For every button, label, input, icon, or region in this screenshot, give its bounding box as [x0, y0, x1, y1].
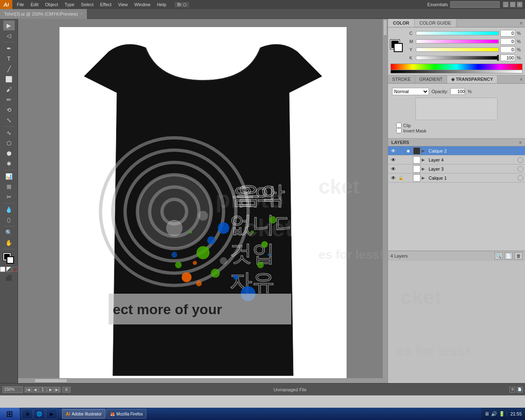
taskbar-desktop-btn[interactable]: 🖥: [21, 409, 33, 419]
menu-file[interactable]: File: [14, 1, 27, 8]
symbol-spray-tool[interactable]: ✱: [3, 159, 15, 169]
layer-eye-calque1[interactable]: 👁: [390, 174, 397, 182]
document-tab[interactable]: Tshirt[3].ai @ 150% (CMYK/Preview) ×: [0, 9, 87, 19]
artboard-options-btn[interactable]: ⚙: [62, 387, 71, 393]
next-page-btn[interactable]: ▶: [47, 387, 54, 393]
type-tool[interactable]: T: [3, 54, 15, 64]
color-spectrum-strip[interactable]: [390, 64, 523, 70]
start-button[interactable]: ⊞: [0, 408, 20, 420]
workspace-btn[interactable]: ⬡: [183, 2, 187, 7]
search-input[interactable]: [450, 1, 500, 8]
essentials-label[interactable]: Essentials: [427, 2, 448, 7]
layer-row-layer4[interactable]: 👁 ▶ Layer 4: [388, 155, 525, 164]
layers-add-btn[interactable]: 🔍: [495, 252, 503, 260]
menu-select[interactable]: Select: [78, 1, 96, 8]
line-tool[interactable]: ╱: [3, 64, 15, 74]
layer-eye-layer4[interactable]: 👁: [390, 156, 397, 164]
paintbrush-tool[interactable]: 🖌: [3, 84, 15, 94]
canvas-vscroll[interactable]: [383, 19, 388, 383]
artboard[interactable]: 음악 음악 없니다 것입 자유: [59, 27, 347, 383]
none-btn[interactable]: [12, 267, 18, 272]
m-value-input[interactable]: [500, 38, 515, 45]
layer-expand-calque2[interactable]: ▶: [422, 148, 427, 153]
status-icon-1[interactable]: ⚙: [509, 387, 515, 393]
restore-btn[interactable]: □: [510, 2, 516, 7]
first-page-btn[interactable]: |◀: [25, 387, 31, 393]
layer-eye-calque2[interactable]: 👁: [390, 147, 397, 155]
page-number-input[interactable]: [39, 387, 47, 393]
change-screen-mode-btn[interactable]: ⬛: [3, 273, 15, 283]
layers-panel-menu[interactable]: ≡: [519, 140, 522, 145]
rect-tool[interactable]: ⬜: [3, 74, 15, 84]
gradient-btn[interactable]: [6, 267, 11, 272]
tray-icon-battery[interactable]: 🔋: [499, 411, 505, 417]
layers-delete-btn[interactable]: 🗑: [514, 252, 523, 260]
rotate-tool[interactable]: ⟲: [3, 105, 15, 115]
layer-lock-calque2[interactable]: [397, 147, 404, 155]
tray-icon-volume[interactable]: 🔊: [491, 411, 497, 417]
layers-new-btn[interactable]: 📄: [504, 252, 513, 260]
gradient-tab[interactable]: GRADIENT: [415, 75, 447, 83]
layer-row-layer3[interactable]: 👁 ▶ Layer 3: [388, 164, 525, 173]
layer-eye-layer3[interactable]: 👁: [390, 165, 397, 173]
direct-select-tool[interactable]: ◁: [3, 31, 15, 41]
bw-strip[interactable]: [390, 70, 523, 73]
k-value-input[interactable]: [500, 55, 515, 61]
layer-row-calque2[interactable]: 👁 ◉ ▶ Calque 2: [388, 146, 525, 155]
color-guide-tab[interactable]: COLOR GUIDE: [415, 19, 457, 27]
transparency-tab[interactable]: ◈ TRANSPARENCY: [447, 75, 498, 83]
m-slider[interactable]: [416, 39, 499, 43]
tab-close-btn[interactable]: ×: [80, 11, 83, 16]
panel-stroke-color[interactable]: [394, 43, 403, 52]
pencil-tool[interactable]: ✏: [3, 95, 15, 105]
y-slider[interactable]: [416, 48, 499, 52]
layer-expand-layer3[interactable]: ▶: [422, 167, 427, 171]
color-panel-menu[interactable]: ≡: [518, 19, 525, 27]
layer-expand-calque1[interactable]: ▶: [422, 176, 427, 180]
sgt-panel-menu[interactable]: ≡: [518, 75, 525, 83]
c-slider[interactable]: [416, 31, 499, 35]
last-page-btn[interactable]: ▶|: [54, 387, 61, 393]
taskbar-media-btn[interactable]: ▶: [46, 409, 57, 419]
layer-lock-layer4[interactable]: [397, 156, 404, 164]
menu-edit[interactable]: Edit: [28, 1, 41, 8]
layer-lock-layer3[interactable]: [397, 165, 404, 173]
stroke-color[interactable]: [7, 256, 14, 264]
zoom-input[interactable]: [2, 386, 23, 393]
status-icon-2[interactable]: 📄: [517, 387, 523, 393]
menu-window[interactable]: Window: [132, 1, 153, 8]
shape-builder-tool[interactable]: ⬢: [3, 148, 15, 158]
eyedropper-tool[interactable]: 💧: [3, 205, 15, 215]
layer-row-calque1[interactable]: 👁 🔒 ▶ Calque 1: [388, 173, 525, 183]
artboard-tool[interactable]: ⊞: [3, 182, 15, 192]
color-tab[interactable]: COLOR: [388, 19, 415, 27]
menu-view[interactable]: View: [115, 1, 131, 8]
hand-tool[interactable]: ✋: [3, 238, 15, 248]
menu-type[interactable]: Type: [62, 1, 78, 8]
c-value-input[interactable]: [500, 30, 515, 37]
y-value-input[interactable]: [500, 46, 515, 53]
column-graph-tool[interactable]: 📊: [3, 171, 15, 181]
pen-tool[interactable]: ✒: [3, 43, 15, 53]
vscroll-thumb[interactable]: [383, 19, 387, 36]
layer-expand-layer4[interactable]: ▶: [422, 158, 427, 162]
slice-tool[interactable]: ✂: [3, 192, 15, 202]
minimize-btn[interactable]: _: [503, 2, 509, 7]
blend-mode-select[interactable]: Normal Multiply Screen Overlay: [392, 88, 429, 95]
zoom-tool[interactable]: 🔍: [3, 228, 15, 237]
warp-tool[interactable]: ∿: [3, 128, 15, 138]
selection-tool[interactable]: ▶: [3, 21, 15, 30]
canvas-hscroll[interactable]: [18, 378, 383, 383]
taskbar-item-firefox[interactable]: 🦊 Mozilla Firefox: [106, 409, 146, 419]
close-btn[interactable]: ×: [517, 2, 523, 7]
clip-checkbox[interactable]: [396, 123, 402, 128]
prev-page-btn[interactable]: ◀: [32, 387, 38, 393]
canvas-area[interactable]: 음악 음악 없니다 것입 자유: [18, 19, 388, 383]
taskbar-item-illustrator[interactable]: Ai Adobe Illustrator: [62, 409, 105, 419]
stroke-tab[interactable]: STROKE: [388, 75, 415, 83]
menu-help[interactable]: Help: [154, 1, 169, 8]
opacity-input[interactable]: [450, 88, 465, 95]
invert-mask-checkbox[interactable]: [396, 128, 402, 133]
color-btn[interactable]: [0, 267, 5, 272]
blend-tool[interactable]: ⬯: [3, 215, 15, 225]
